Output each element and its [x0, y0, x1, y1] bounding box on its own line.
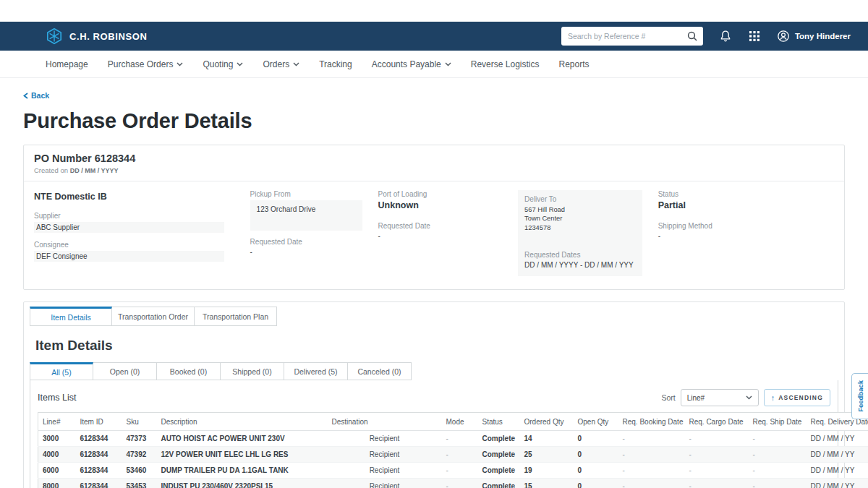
deliver-to-column: Deliver To 567 Hill Road Town Center 123… [518, 190, 658, 277]
table-cell: - [749, 447, 807, 463]
column-header: Description [157, 413, 328, 431]
arrow-up-icon: ↑ [771, 394, 775, 402]
apps-grid-icon[interactable] [748, 30, 761, 43]
tab-item-details[interactable]: Item Details [30, 307, 112, 326]
po-summary-card: PO Number 6128344 Created on DD / MM / Y… [23, 145, 845, 291]
table-cell: 47373 [122, 431, 157, 447]
table-cell: 0 [574, 431, 618, 447]
nav-item-reverse-logistics[interactable]: Reverse Logistics [471, 59, 540, 69]
nav-item-orders[interactable]: Orders [263, 59, 299, 69]
table-cell: Complete [478, 447, 520, 463]
feedback-tab[interactable]: Feedback [851, 373, 868, 419]
items-table-header-row: Line#Item IDSkuDescriptionDestinationMod… [38, 413, 868, 431]
search-icon[interactable] [686, 30, 698, 42]
chrobinson-logo-icon [46, 27, 63, 45]
supplier-value: ABC Supplier [34, 222, 224, 233]
table-cell: INDUST PU 230/460V 2320PSI 15 [157, 479, 328, 488]
filter-all[interactable]: All (5) [30, 362, 93, 380]
brand[interactable]: C.H. ROBINSON [46, 27, 147, 45]
deliver-to-line: Town Center [524, 214, 636, 223]
created-on: Created on DD / MM / YYYY [34, 166, 834, 174]
table-cell: 53453 [122, 479, 157, 488]
table-cell: Recipient [328, 463, 442, 479]
table-cell: 6128344 [76, 479, 122, 488]
consignee-label: Consignee [34, 241, 250, 249]
port-of-loading-column: Port of Loading Unknown Requested Date - [378, 190, 519, 277]
table-cell: 6128344 [76, 447, 122, 463]
table-cell: 4000 [38, 447, 76, 463]
column-header: Ordered Qty [520, 413, 574, 431]
column-header: Line# [38, 413, 76, 431]
ascending-sort-button[interactable]: ↑ ASCENDING [764, 389, 830, 406]
items-table: Line#Item IDSkuDescriptionDestinationMod… [38, 412, 868, 488]
table-row[interactable]: 3000612834447373AUTO HOIST AC POWER UNIT… [38, 431, 868, 447]
status-filter-strip: All (5) Open (0) Booked (0) Shipped (0) … [30, 362, 838, 380]
port-requested-date-label: Requested Date [378, 222, 519, 230]
table-cell: Recipient [328, 479, 442, 488]
back-link[interactable]: Back [23, 91, 49, 100]
table-cell: 6000 [38, 463, 76, 479]
items-list-title: Items List [38, 393, 77, 403]
table-cell: 8000 [38, 479, 76, 488]
table-cell: DD / MM / YY [807, 431, 868, 447]
consignee-value: DEF Consignee [34, 251, 224, 262]
shipping-method-value: - [658, 232, 834, 240]
column-header: Mode [442, 413, 478, 431]
main-navigation: Homepage Purchase Orders Quoting Orders … [0, 51, 868, 78]
table-cell: - [685, 479, 749, 488]
table-cell: - [442, 431, 478, 447]
nav-item-tracking[interactable]: Tracking [319, 59, 352, 69]
nav-item-reports[interactable]: Reports [559, 59, 590, 69]
tab-transportation-order[interactable]: Transportation Order [112, 307, 195, 326]
sort-select[interactable]: Line# [681, 389, 759, 406]
table-cell: 15 [520, 479, 574, 488]
table-cell: - [442, 479, 478, 488]
user-avatar-icon [777, 30, 790, 43]
table-cell: - [685, 447, 749, 463]
table-cell: 12V POWER UNIT ELEC LHL LG RES [157, 447, 328, 463]
nav-item-purchase-orders[interactable]: Purchase Orders [108, 59, 184, 69]
user-menu[interactable]: Tony Hinderer [777, 30, 851, 43]
items-table-body: 3000612834447373AUTO HOIST AC POWER UNIT… [38, 431, 868, 488]
table-cell: - [618, 431, 685, 447]
filter-canceled[interactable]: Canceled (0) [348, 362, 412, 380]
status-value: Partial [658, 200, 834, 210]
tab-transportation-plan[interactable]: Transportation Plan [195, 307, 277, 326]
table-cell: Complete [478, 479, 520, 488]
table-cell: 19 [520, 463, 574, 479]
search-input[interactable] [561, 27, 703, 46]
filter-delivered[interactable]: Delivered (5) [284, 362, 348, 380]
table-cell: 3000 [38, 431, 76, 447]
chevron-down-icon [445, 62, 451, 67]
search-box [561, 27, 703, 46]
table-cell: - [618, 447, 685, 463]
sort-label: Sort [661, 393, 675, 402]
table-cell: - [749, 463, 807, 479]
nav-item-accounts-payable[interactable]: Accounts Payable [372, 59, 451, 69]
table-cell: - [618, 463, 685, 479]
pickup-from-label: Pickup From [250, 190, 362, 198]
table-cell: Recipient [328, 431, 442, 447]
table-row[interactable]: 8000612834453453INDUST PU 230/460V 2320P… [38, 479, 868, 488]
table-cell: DD / MM / YY [807, 479, 868, 488]
table-cell: - [749, 479, 807, 488]
notifications-bell-icon[interactable] [719, 30, 732, 43]
top-whitespace [0, 0, 868, 22]
status-column: Status Partial Shipping Method - [658, 190, 834, 277]
port-requested-date-value: - [378, 232, 519, 240]
table-cell: 47392 [122, 447, 157, 463]
table-cell: DUMP TRAILER PU DA 1.1GAL TANK [157, 463, 328, 479]
shipping-method-label: Shipping Method [658, 222, 834, 230]
table-cell: AUTO HOIST AC POWER UNIT 230V [157, 431, 328, 447]
user-name: Tony Hinderer [795, 32, 851, 40]
deliver-to-label: Deliver To [524, 195, 636, 203]
filter-open[interactable]: Open (0) [93, 362, 157, 380]
table-row[interactable]: 400061283444739212V POWER UNIT ELEC LHL … [38, 447, 868, 463]
nav-item-quoting[interactable]: Quoting [203, 59, 243, 69]
nav-item-homepage[interactable]: Homepage [46, 59, 88, 69]
table-row[interactable]: 6000612834453460DUMP TRAILER PU DA 1.1GA… [38, 463, 868, 479]
filter-shipped[interactable]: Shipped (0) [221, 362, 284, 380]
filter-booked[interactable]: Booked (0) [157, 362, 221, 380]
column-header: Req. Booking Date [618, 413, 685, 431]
pickup-column: Pickup From 123 Orchard Drive Requested … [250, 190, 378, 277]
